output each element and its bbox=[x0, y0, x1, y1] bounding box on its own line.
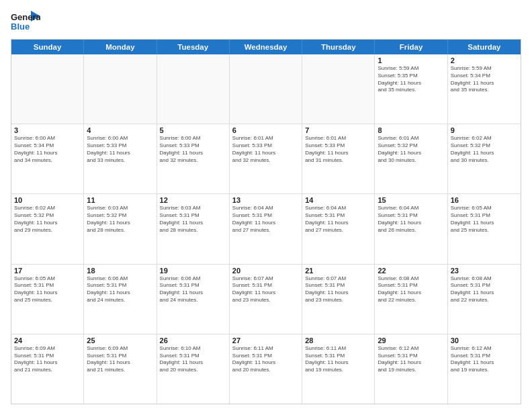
day-cell-17: 17Sunrise: 6:05 AM Sunset: 5:31 PM Dayli… bbox=[11, 265, 84, 334]
day-cell-18: 18Sunrise: 6:06 AM Sunset: 5:31 PM Dayli… bbox=[84, 265, 157, 334]
day-cell-3: 3Sunrise: 6:00 AM Sunset: 5:34 PM Daylig… bbox=[11, 124, 84, 193]
calendar: SundayMondayTuesdayWednesdayThursdayFrid… bbox=[11, 39, 521, 404]
day-number: 28 bbox=[305, 336, 371, 345]
day-number: 11 bbox=[87, 196, 153, 204]
day-cell-10: 10Sunrise: 6:02 AM Sunset: 5:32 PM Dayli… bbox=[11, 194, 84, 263]
day-number: 18 bbox=[87, 267, 153, 275]
day-number: 29 bbox=[378, 336, 444, 345]
day-cell-29: 29Sunrise: 6:12 AM Sunset: 5:31 PM Dayli… bbox=[375, 334, 447, 404]
day-number: 19 bbox=[160, 267, 226, 275]
day-info: Sunrise: 6:09 AM Sunset: 5:31 PM Dayligh… bbox=[87, 345, 153, 374]
day-cell-12: 12Sunrise: 6:03 AM Sunset: 5:31 PM Dayli… bbox=[157, 194, 230, 263]
calendar-header: SundayMondayTuesdayWednesdayThursdayFrid… bbox=[11, 40, 521, 54]
day-number: 5 bbox=[160, 126, 226, 134]
day-number: 4 bbox=[87, 126, 153, 134]
svg-text:General: General bbox=[11, 12, 40, 22]
day-info: Sunrise: 6:04 AM Sunset: 5:31 PM Dayligh… bbox=[232, 205, 299, 234]
calendar-body: 1Sunrise: 5:59 AM Sunset: 5:35 PM Daylig… bbox=[11, 54, 521, 404]
day-cell-21: 21Sunrise: 6:07 AM Sunset: 5:31 PM Dayli… bbox=[302, 265, 375, 334]
day-number: 1 bbox=[378, 56, 444, 64]
empty-cell bbox=[84, 54, 157, 124]
empty-cell bbox=[11, 54, 84, 124]
day-cell-13: 13Sunrise: 6:04 AM Sunset: 5:31 PM Dayli… bbox=[230, 194, 302, 263]
day-number: 2 bbox=[451, 56, 518, 64]
day-number: 23 bbox=[451, 267, 518, 275]
day-cell-5: 5Sunrise: 6:00 AM Sunset: 5:33 PM Daylig… bbox=[157, 124, 230, 193]
day-info: Sunrise: 6:02 AM Sunset: 5:32 PM Dayligh… bbox=[451, 135, 518, 164]
day-number: 24 bbox=[14, 336, 81, 345]
day-cell-8: 8Sunrise: 6:01 AM Sunset: 5:32 PM Daylig… bbox=[375, 124, 447, 193]
day-number: 7 bbox=[305, 126, 371, 134]
weekday-header-tuesday: Tuesday bbox=[157, 40, 230, 54]
empty-cell bbox=[230, 54, 302, 124]
day-info: Sunrise: 6:11 AM Sunset: 5:31 PM Dayligh… bbox=[305, 345, 371, 374]
day-info: Sunrise: 6:03 AM Sunset: 5:32 PM Dayligh… bbox=[87, 205, 153, 234]
day-cell-6: 6Sunrise: 6:01 AM Sunset: 5:33 PM Daylig… bbox=[230, 124, 302, 193]
day-info: Sunrise: 6:01 AM Sunset: 5:33 PM Dayligh… bbox=[305, 135, 371, 164]
day-cell-1: 1Sunrise: 5:59 AM Sunset: 5:35 PM Daylig… bbox=[375, 54, 447, 124]
day-cell-16: 16Sunrise: 6:05 AM Sunset: 5:31 PM Dayli… bbox=[448, 194, 521, 263]
day-cell-15: 15Sunrise: 6:04 AM Sunset: 5:31 PM Dayli… bbox=[375, 194, 447, 263]
day-cell-27: 27Sunrise: 6:11 AM Sunset: 5:31 PM Dayli… bbox=[230, 334, 302, 404]
day-info: Sunrise: 6:07 AM Sunset: 5:31 PM Dayligh… bbox=[232, 275, 299, 304]
day-number: 8 bbox=[378, 126, 444, 134]
day-number: 20 bbox=[232, 267, 299, 275]
calendar-row-1: 1Sunrise: 5:59 AM Sunset: 5:35 PM Daylig… bbox=[11, 54, 521, 124]
logo: GeneralBlue bbox=[11, 7, 40, 34]
day-info: Sunrise: 6:03 AM Sunset: 5:31 PM Dayligh… bbox=[160, 205, 226, 234]
calendar-row-5: 24Sunrise: 6:09 AM Sunset: 5:31 PM Dayli… bbox=[11, 334, 521, 404]
day-cell-22: 22Sunrise: 6:08 AM Sunset: 5:31 PM Dayli… bbox=[375, 265, 447, 334]
day-info: Sunrise: 6:02 AM Sunset: 5:32 PM Dayligh… bbox=[14, 205, 81, 234]
day-cell-24: 24Sunrise: 6:09 AM Sunset: 5:31 PM Dayli… bbox=[11, 334, 84, 404]
day-cell-28: 28Sunrise: 6:11 AM Sunset: 5:31 PM Dayli… bbox=[302, 334, 375, 404]
weekday-header-monday: Monday bbox=[84, 40, 157, 54]
day-cell-20: 20Sunrise: 6:07 AM Sunset: 5:31 PM Dayli… bbox=[230, 265, 302, 334]
day-number: 30 bbox=[451, 336, 518, 345]
day-info: Sunrise: 6:00 AM Sunset: 5:34 PM Dayligh… bbox=[14, 135, 81, 164]
day-number: 3 bbox=[14, 126, 81, 134]
day-cell-11: 11Sunrise: 6:03 AM Sunset: 5:32 PM Dayli… bbox=[84, 194, 157, 263]
day-info: Sunrise: 6:10 AM Sunset: 5:31 PM Dayligh… bbox=[160, 345, 226, 374]
day-number: 15 bbox=[378, 196, 444, 204]
weekday-header-sunday: Sunday bbox=[11, 40, 84, 54]
day-info: Sunrise: 6:08 AM Sunset: 5:31 PM Dayligh… bbox=[378, 275, 444, 304]
day-cell-9: 9Sunrise: 6:02 AM Sunset: 5:32 PM Daylig… bbox=[448, 124, 521, 193]
day-cell-2: 2Sunrise: 5:59 AM Sunset: 5:34 PM Daylig… bbox=[448, 54, 521, 124]
empty-cell bbox=[302, 54, 375, 124]
day-info: Sunrise: 6:12 AM Sunset: 5:31 PM Dayligh… bbox=[378, 345, 444, 374]
day-info: Sunrise: 6:06 AM Sunset: 5:31 PM Dayligh… bbox=[160, 275, 226, 304]
day-number: 9 bbox=[451, 126, 518, 134]
weekday-header-wednesday: Wednesday bbox=[230, 40, 302, 54]
day-info: Sunrise: 6:11 AM Sunset: 5:31 PM Dayligh… bbox=[232, 345, 299, 374]
day-number: 26 bbox=[160, 336, 226, 345]
day-cell-25: 25Sunrise: 6:09 AM Sunset: 5:31 PM Dayli… bbox=[84, 334, 157, 404]
day-number: 13 bbox=[232, 196, 299, 204]
day-info: Sunrise: 6:09 AM Sunset: 5:31 PM Dayligh… bbox=[14, 345, 81, 374]
day-info: Sunrise: 5:59 AM Sunset: 5:35 PM Dayligh… bbox=[378, 65, 444, 94]
day-number: 27 bbox=[232, 336, 299, 345]
day-info: Sunrise: 6:00 AM Sunset: 5:33 PM Dayligh… bbox=[160, 135, 226, 164]
day-number: 25 bbox=[87, 336, 153, 345]
day-info: Sunrise: 5:59 AM Sunset: 5:34 PM Dayligh… bbox=[451, 65, 518, 94]
day-info: Sunrise: 6:01 AM Sunset: 5:32 PM Dayligh… bbox=[378, 135, 444, 164]
day-info: Sunrise: 6:06 AM Sunset: 5:31 PM Dayligh… bbox=[87, 275, 153, 304]
day-info: Sunrise: 6:08 AM Sunset: 5:31 PM Dayligh… bbox=[451, 275, 518, 304]
day-info: Sunrise: 6:12 AM Sunset: 5:31 PM Dayligh… bbox=[451, 345, 518, 374]
day-info: Sunrise: 6:07 AM Sunset: 5:31 PM Dayligh… bbox=[305, 275, 371, 304]
day-number: 14 bbox=[305, 196, 371, 204]
day-info: Sunrise: 6:05 AM Sunset: 5:31 PM Dayligh… bbox=[451, 205, 518, 234]
day-cell-4: 4Sunrise: 6:00 AM Sunset: 5:33 PM Daylig… bbox=[84, 124, 157, 193]
day-number: 17 bbox=[14, 267, 81, 275]
day-cell-7: 7Sunrise: 6:01 AM Sunset: 5:33 PM Daylig… bbox=[302, 124, 375, 193]
logo-svg: GeneralBlue bbox=[11, 9, 40, 34]
day-info: Sunrise: 6:01 AM Sunset: 5:33 PM Dayligh… bbox=[232, 135, 299, 164]
calendar-row-4: 17Sunrise: 6:05 AM Sunset: 5:31 PM Dayli… bbox=[11, 265, 521, 334]
calendar-row-2: 3Sunrise: 6:00 AM Sunset: 5:34 PM Daylig… bbox=[11, 124, 521, 194]
day-cell-26: 26Sunrise: 6:10 AM Sunset: 5:31 PM Dayli… bbox=[157, 334, 230, 404]
day-number: 6 bbox=[232, 126, 299, 134]
day-number: 22 bbox=[378, 267, 444, 275]
day-cell-30: 30Sunrise: 6:12 AM Sunset: 5:31 PM Dayli… bbox=[448, 334, 521, 404]
svg-text:Blue: Blue bbox=[11, 21, 30, 32]
day-info: Sunrise: 6:05 AM Sunset: 5:31 PM Dayligh… bbox=[14, 275, 81, 304]
day-info: Sunrise: 6:00 AM Sunset: 5:33 PM Dayligh… bbox=[87, 135, 153, 164]
